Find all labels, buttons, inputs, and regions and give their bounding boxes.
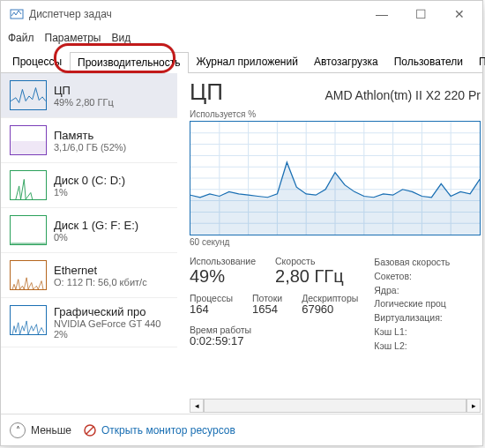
menu-file[interactable]: Файл — [8, 32, 34, 44]
app-icon — [10, 7, 24, 21]
svg-rect-1 — [11, 141, 46, 154]
chart-top-label: Используется % — [190, 109, 481, 119]
threads-value: 1654 — [252, 303, 282, 316]
cpu-model: AMD Athlon(tm) II X2 220 Pr — [325, 88, 481, 102]
sidebar-cpu-sub: 49% 2,80 ГГц — [54, 97, 114, 108]
tab-users[interactable]: Пользователи — [386, 51, 471, 72]
speed-value: 2,80 ГГц — [275, 266, 344, 286]
resmon-label: Открыть монитор ресурсов — [101, 424, 235, 437]
chevron-up-icon: ˄ — [10, 422, 26, 438]
sidebar-disk1-title: Диск 1 (G: F: E:) — [54, 219, 138, 232]
svg-line-22 — [86, 427, 93, 434]
resource-monitor-icon — [84, 424, 96, 437]
cpu-usage-chart — [190, 121, 481, 235]
sidebar-item-memory[interactable]: Память3,1/6,0 ГБ (52%) — [1, 118, 177, 163]
usage-label: Использование — [190, 256, 256, 266]
sidebar-item-gpu[interactable]: Графический проNVIDIA GeForce GT 4402% — [1, 298, 177, 347]
sidebar-item-disk0[interactable]: Диск 0 (C: D:)1% — [1, 163, 177, 208]
info-logical: Логические проц — [374, 297, 450, 311]
cpu-thumb-icon — [10, 80, 47, 110]
info-l1: Кэш L1: — [374, 325, 450, 340]
fewer-details-button[interactable]: ˄ Меньше — [10, 422, 71, 438]
tab-details-truncated[interactable]: По — [471, 51, 485, 72]
main-panel: ЦП AMD Athlon(tm) II X2 220 Pr Используе… — [177, 73, 482, 414]
window-title: Диспетчер задач — [29, 8, 362, 20]
chart-bottom-label: 60 секунд — [190, 237, 481, 247]
maximize-button[interactable]: ☐ — [401, 1, 440, 27]
memory-thumb-icon — [10, 125, 47, 155]
menubar: Файл Параметры Вид — [1, 27, 482, 49]
info-base-speed: Базовая скорость — [374, 256, 450, 270]
tabs: Процессы Производительность Журнал прило… — [1, 49, 482, 73]
sidebar-item-disk1[interactable]: Диск 1 (G: F: E:)0% — [1, 208, 177, 253]
sidebar-item-cpu[interactable]: ЦП49% 2,80 ГГц — [1, 73, 177, 118]
cpu-info-block: Базовая скорость Сокетов: Ядра: Логическ… — [374, 256, 450, 353]
info-l2: Кэш L2: — [374, 340, 450, 354]
ethernet-thumb-icon — [10, 260, 47, 290]
sidebar-gpu-title: Графический про — [54, 305, 160, 318]
gpu-thumb-icon — [10, 305, 47, 335]
sidebar-cpu-title: ЦП — [54, 84, 114, 97]
page-title: ЦП — [190, 78, 223, 106]
fewer-label: Меньше — [31, 424, 71, 437]
info-cores: Ядра: — [374, 284, 450, 298]
info-sockets: Сокетов: — [374, 270, 450, 284]
menu-view[interactable]: Вид — [111, 32, 131, 44]
minimize-button[interactable]: — — [362, 1, 401, 27]
task-manager-window: Диспетчер задач — ☐ ✕ Файл Параметры Вид… — [0, 0, 483, 446]
tab-processes[interactable]: Процессы — [4, 51, 70, 72]
scroll-track[interactable] — [204, 399, 466, 413]
sidebar-gpu-sub2: 2% — [54, 329, 160, 340]
disk0-thumb-icon — [10, 170, 47, 200]
disk1-thumb-icon — [10, 215, 47, 245]
sidebar-mem-title: Память — [54, 129, 126, 142]
sidebar-gpu-sub: NVIDIA GeForce GT 440 — [54, 318, 160, 329]
sidebar-mem-sub: 3,1/6,0 ГБ (52%) — [54, 142, 126, 153]
procs-value: 164 — [190, 303, 233, 316]
sidebar-eth-sub: О: 112 П: 56,0 кбит/с — [54, 277, 147, 287]
sidebar-disk0-title: Диск 0 (C: D:) — [54, 174, 125, 187]
titlebar: Диспетчер задач — ☐ ✕ — [1, 1, 482, 27]
horizontal-scrollbar[interactable]: ◂ ▸ — [190, 398, 481, 414]
speed-label: Скорость — [275, 256, 344, 266]
sidebar: ЦП49% 2,80 ГГц Память3,1/6,0 ГБ (52%) Ди… — [1, 73, 177, 414]
info-virt: Виртуализация: — [374, 311, 450, 325]
usage-value: 49% — [190, 266, 256, 286]
scroll-left-button[interactable]: ◂ — [190, 399, 204, 413]
handles-value: 67960 — [302, 303, 358, 316]
sidebar-item-ethernet[interactable]: EthernetО: 112 П: 56,0 кбит/с — [1, 253, 177, 298]
sidebar-disk0-sub: 1% — [54, 187, 125, 198]
footer: ˄ Меньше Открыть монитор ресурсов — [1, 414, 482, 445]
scroll-right-button[interactable]: ▸ — [466, 399, 481, 413]
sidebar-eth-title: Ethernet — [54, 264, 147, 277]
uptime-value: 0:02:59:17 — [190, 335, 358, 347]
tab-performance[interactable]: Производительность — [70, 52, 188, 73]
tab-apphistory[interactable]: Журнал приложений — [189, 51, 306, 72]
menu-options[interactable]: Параметры — [45, 32, 101, 44]
close-button[interactable]: ✕ — [440, 1, 479, 27]
sidebar-disk1-sub: 0% — [54, 232, 138, 243]
open-resource-monitor-link[interactable]: Открыть монитор ресурсов — [84, 424, 235, 437]
tab-startup[interactable]: Автозагрузка — [306, 51, 386, 72]
